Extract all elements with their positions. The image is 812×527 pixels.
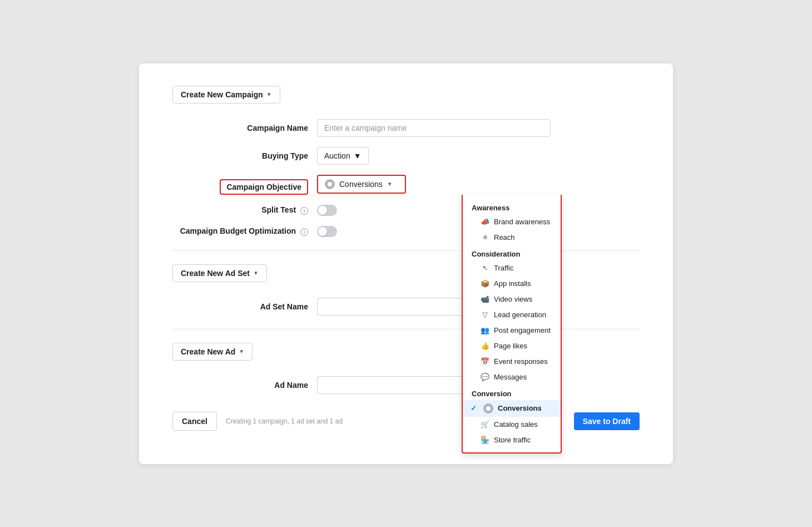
menu-item-lead-generation[interactable]: ▽ Lead generation xyxy=(463,307,561,323)
page-likes-icon: 👍 xyxy=(481,342,489,351)
reach-icon: ✳ xyxy=(481,233,489,242)
create-ad-set-chevron-icon: ▼ xyxy=(253,270,259,276)
buying-type-row: Buying Type Auction ▼ xyxy=(172,147,640,165)
menu-item-conversions[interactable]: ✓ Conversions xyxy=(463,400,561,417)
objective-selected-value: Conversions xyxy=(339,180,383,189)
reach-label: Reach xyxy=(494,233,515,242)
app-installs-icon: 📦 xyxy=(481,279,489,288)
cancel-button[interactable]: Cancel xyxy=(172,412,217,431)
create-ad-label: Create New Ad xyxy=(181,347,235,356)
create-ad-chevron-icon: ▼ xyxy=(239,348,244,354)
menu-item-post-engagement[interactable]: 👥 Post engagement xyxy=(463,323,561,338)
menu-item-reach[interactable]: ✳ Reach xyxy=(463,230,561,245)
menu-item-messages[interactable]: 💬 Messages xyxy=(463,370,561,385)
traffic-icon: ↖ xyxy=(481,264,489,273)
store-traffic-icon: 🏪 xyxy=(481,436,489,445)
campaign-name-input[interactable] xyxy=(317,119,551,137)
catalog-sales-icon: 🛒 xyxy=(481,420,489,429)
footer: Cancel Creating 1 campaign, 1 ad set and… xyxy=(172,412,640,431)
post-engagement-icon: 👥 xyxy=(481,326,489,335)
create-ad-set-label: Create New Ad Set xyxy=(181,269,250,278)
menu-item-video-views[interactable]: 📹 Video views xyxy=(463,292,561,307)
brand-awareness-icon: 📣 xyxy=(481,218,489,226)
split-test-info-icon[interactable]: i xyxy=(300,207,308,215)
section-divider-1 xyxy=(172,250,640,251)
create-ad-button[interactable]: Create New Ad ▼ xyxy=(172,343,252,361)
ad-name-row: Ad Name xyxy=(172,376,640,394)
create-ad-set-button[interactable]: Create New Ad Set ▼ xyxy=(172,264,267,282)
messages-icon: 💬 xyxy=(481,373,489,382)
post-engagement-label: Post engagement xyxy=(494,326,551,334)
conversions-label: Conversions xyxy=(498,404,542,412)
ad-set-bar: Create New Ad Set ▼ xyxy=(172,264,640,282)
budget-opt-info-icon[interactable]: i xyxy=(300,228,308,236)
footer-status-text: Creating 1 campaign, 1 ad set and 1 ad xyxy=(226,417,343,425)
objective-trigger-button[interactable]: Conversions ▼ xyxy=(317,175,406,194)
event-responses-icon: 📅 xyxy=(481,357,489,366)
campaign-objective-label: Campaign Objective xyxy=(220,179,308,195)
store-traffic-label: Store traffic xyxy=(494,436,531,444)
budget-opt-toggle[interactable] xyxy=(317,226,337,237)
catalog-sales-label: Catalog sales xyxy=(494,420,538,429)
budget-opt-row: Campaign Budget Optimization i xyxy=(172,226,640,237)
split-test-toggle[interactable] xyxy=(317,205,337,216)
ad-set-name-row: Ad Set Name xyxy=(172,298,640,316)
buying-type-chevron-icon: ▼ xyxy=(354,151,362,160)
page-likes-label: Page likes xyxy=(494,342,527,350)
menu-item-catalog-sales[interactable]: 🛒 Catalog sales xyxy=(463,417,561,432)
top-bar: Create New Campaign ▼ xyxy=(172,86,640,104)
objective-dropdown-container: Conversions ▼ Awareness 📣 Brand awarenes… xyxy=(317,175,406,194)
lead-generation-icon: ▽ xyxy=(481,311,489,319)
create-campaign-button[interactable]: Create New Campaign ▼ xyxy=(172,86,280,104)
event-responses-label: Event responses xyxy=(494,357,548,366)
consideration-section-header: Consideration xyxy=(463,245,561,260)
objective-circle-icon xyxy=(325,179,335,189)
split-test-row: Split Test i xyxy=(172,205,640,216)
objective-dropdown-menu: Awareness 📣 Brand awareness ✳ Reach Cons… xyxy=(462,195,562,454)
objective-chevron-icon: ▼ xyxy=(387,181,393,187)
buying-type-label: Buying Type xyxy=(172,151,317,160)
campaign-objective-label-wrapper: Campaign Objective xyxy=(172,175,317,195)
menu-item-event-responses[interactable]: 📅 Event responses xyxy=(463,354,561,370)
budget-opt-label-text: Campaign Budget Optimization xyxy=(180,226,296,235)
menu-item-brand-awareness[interactable]: 📣 Brand awareness xyxy=(463,214,561,230)
traffic-label: Traffic xyxy=(494,264,513,272)
conversion-section-header: Conversion xyxy=(463,385,561,400)
create-campaign-chevron-icon: ▼ xyxy=(266,91,272,97)
campaign-objective-row: Campaign Objective Conversions ▼ Awarene… xyxy=(172,175,640,195)
video-views-label: Video views xyxy=(494,295,532,303)
menu-item-store-traffic[interactable]: 🏪 Store traffic xyxy=(463,432,561,448)
ad-bar: Create New Ad ▼ xyxy=(172,343,640,361)
conversions-check-icon: ✓ xyxy=(471,404,477,412)
create-campaign-label: Create New Campaign xyxy=(181,90,263,99)
menu-item-app-installs[interactable]: 📦 App installs xyxy=(463,276,561,292)
buying-type-value: Auction xyxy=(324,151,350,160)
lead-generation-label: Lead generation xyxy=(494,311,546,319)
save-draft-button[interactable]: Save to Draft xyxy=(574,412,640,430)
campaign-name-label: Campaign Name xyxy=(172,124,317,132)
conversions-icon xyxy=(483,403,493,413)
menu-item-page-likes[interactable]: 👍 Page likes xyxy=(463,338,561,354)
section-divider-2 xyxy=(172,329,640,329)
ad-set-name-label: Ad Set Name xyxy=(172,302,317,311)
ad-name-label: Ad Name xyxy=(172,381,317,390)
split-test-label: Split Test i xyxy=(172,205,317,215)
main-card: Create New Campaign ▼ Campaign Name Buyi… xyxy=(139,63,673,464)
brand-awareness-label: Brand awareness xyxy=(494,218,550,226)
messages-label: Messages xyxy=(494,373,527,381)
buying-type-dropdown[interactable]: Auction ▼ xyxy=(317,147,369,165)
budget-opt-label: Campaign Budget Optimization i xyxy=(172,226,317,236)
app-installs-label: App installs xyxy=(494,279,531,288)
campaign-name-row: Campaign Name xyxy=(172,119,640,137)
menu-item-traffic[interactable]: ↖ Traffic xyxy=(463,260,561,276)
split-test-label-text: Split Test xyxy=(261,205,296,214)
awareness-section-header: Awareness xyxy=(463,199,561,214)
video-views-icon: 📹 xyxy=(481,295,489,304)
